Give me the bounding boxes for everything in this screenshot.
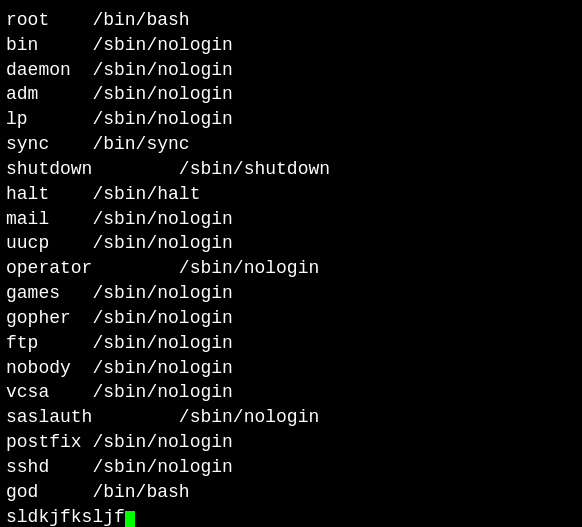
terminal-line: root /bin/bash: [6, 10, 190, 30]
terminal-line: uucp /sbin/nologin: [6, 233, 233, 253]
terminal-line: vcsa /sbin/nologin: [6, 382, 233, 402]
terminal-line: operator /sbin/nologin: [6, 258, 319, 278]
terminal-line: adm /sbin/nologin: [6, 84, 233, 104]
terminal-line: postfix /sbin/nologin: [6, 432, 233, 452]
terminal-line: ftp /sbin/nologin: [6, 333, 233, 353]
terminal-line: daemon /sbin/nologin: [6, 60, 233, 80]
terminal-line: sshd /sbin/nologin: [6, 457, 233, 477]
terminal-line: gopher /sbin/nologin: [6, 308, 233, 328]
terminal-output: root /bin/bash bin /sbin/nologin daemon …: [6, 8, 576, 527]
terminal-line: bin /sbin/nologin: [6, 35, 233, 55]
terminal-line: lp /sbin/nologin: [6, 109, 233, 129]
cursor: [125, 511, 135, 527]
terminal-line: games /sbin/nologin: [6, 283, 233, 303]
terminal-line: god /bin/bash: [6, 482, 190, 502]
terminal-line: saslauth /sbin/nologin: [6, 407, 319, 427]
terminal-line: sync /bin/sync: [6, 134, 190, 154]
terminal-line: halt /sbin/halt: [6, 184, 200, 204]
terminal-line: nobody /sbin/nologin: [6, 358, 233, 378]
terminal-line: mail /sbin/nologin: [6, 209, 233, 229]
terminal-input-line: sldkjfksljf: [6, 507, 135, 527]
terminal-line: shutdown /sbin/shutdown: [6, 159, 330, 179]
